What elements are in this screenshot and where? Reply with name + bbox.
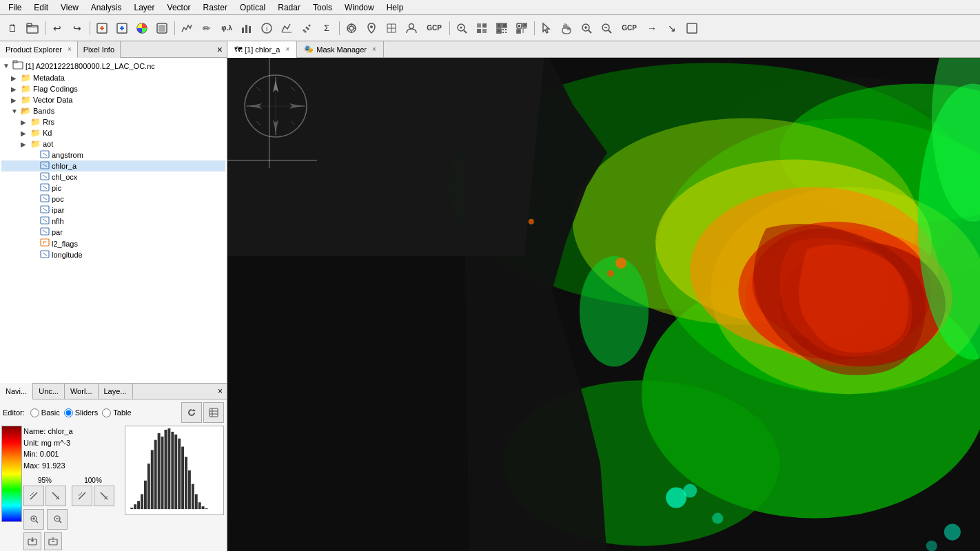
- kd-toggle[interactable]: ▶: [21, 129, 30, 137]
- tree-longitude[interactable]: longitude: [1, 249, 225, 260]
- menu-layer[interactable]: Layer: [129, 1, 161, 14]
- table-radio-label[interactable]: Table: [102, 408, 131, 417]
- aot-toggle[interactable]: ▶: [21, 141, 30, 148]
- cursor-tool[interactable]: [537, 19, 556, 38]
- pixel-info-tab[interactable]: Pixel Info: [78, 41, 121, 58]
- tree-angstrom[interactable]: angstrom: [1, 149, 225, 160]
- info-button[interactable]: i: [257, 19, 276, 38]
- tree-flag-codings[interactable]: ▶ 📁 Flag Codings: [1, 83, 225, 94]
- zoom-in-tool[interactable]: [577, 19, 596, 38]
- colortable-button[interactable]: [132, 19, 152, 38]
- new-button[interactable]: 🗒: [3, 19, 22, 38]
- flag-codings-toggle[interactable]: ▶: [11, 85, 21, 93]
- undo-button[interactable]: ↩: [48, 19, 67, 38]
- pct-95-min-btn[interactable]: [23, 486, 44, 506]
- tree-ipar[interactable]: ipar: [1, 205, 225, 216]
- menu-help[interactable]: Help: [381, 1, 409, 14]
- vector-data-toggle[interactable]: ▶: [11, 96, 21, 104]
- bands-toggle[interactable]: ▼: [11, 107, 21, 115]
- map-viewport[interactable]: [227, 58, 980, 551]
- redo-button[interactable]: ↪: [68, 19, 87, 38]
- menu-file[interactable]: File: [3, 1, 27, 14]
- menu-raster[interactable]: Raster: [198, 1, 233, 14]
- menu-optical[interactable]: Optical: [234, 1, 271, 14]
- scatter-button[interactable]: [297, 19, 316, 38]
- product-explorer-tab[interactable]: Product Explorer ×: [0, 41, 78, 58]
- tree-rrs[interactable]: ▶ 📁 Rrs: [1, 116, 225, 127]
- sliders-radio-label[interactable]: Sliders: [64, 408, 99, 417]
- pins-button[interactable]: [362, 19, 381, 38]
- qr1-button[interactable]: [492, 19, 511, 38]
- target-button[interactable]: [342, 19, 361, 38]
- map-tab-mask[interactable]: 🎭 Mask Manager ×: [297, 41, 384, 58]
- menu-radar[interactable]: Radar: [272, 1, 306, 14]
- pan-tool[interactable]: [557, 19, 576, 38]
- tree-chlor-a[interactable]: chlor_a: [1, 160, 225, 171]
- pct-100-min-btn[interactable]: [72, 486, 92, 506]
- layer-tab[interactable]: Laye...: [99, 383, 133, 399]
- menu-vector[interactable]: Vector: [162, 1, 196, 14]
- mosaic-button[interactable]: [472, 19, 491, 38]
- gcp2-label[interactable]: GCP: [617, 19, 642, 38]
- zoom-in2-btn[interactable]: [23, 532, 41, 550]
- menu-window[interactable]: Window: [339, 1, 380, 14]
- chart-button[interactable]: [237, 19, 256, 38]
- open-button[interactable]: [23, 19, 42, 38]
- spectrum-button[interactable]: [177, 19, 196, 38]
- full-view-btn[interactable]: [682, 19, 702, 38]
- zoom-out-btn[interactable]: [47, 509, 68, 530]
- navi-tab[interactable]: Navi...: [0, 383, 33, 399]
- user-button[interactable]: [402, 19, 421, 38]
- table-view-btn[interactable]: [203, 402, 224, 423]
- basic-radio-label[interactable]: Basic: [30, 408, 60, 417]
- zoom-out2-btn[interactable]: [44, 532, 62, 550]
- map-tab-mask-close[interactable]: ×: [372, 45, 376, 53]
- tree-vector-data[interactable]: ▶ 📁 Vector Data: [1, 94, 225, 105]
- tree-aot[interactable]: ▶ 📁 aot: [1, 138, 225, 149]
- basic-radio[interactable]: [30, 408, 39, 417]
- coord-button[interactable]: φ.λ: [217, 19, 236, 38]
- zoom-tool-button[interactable]: [452, 19, 471, 38]
- mask-button[interactable]: [152, 19, 172, 38]
- import-button[interactable]: [92, 19, 112, 38]
- sliders-radio[interactable]: [64, 408, 73, 417]
- world-tab[interactable]: Worl...: [65, 383, 99, 399]
- arrow-down-btn[interactable]: ↘: [662, 19, 682, 38]
- tree-bands[interactable]: ▼ 📂 Bands: [1, 105, 225, 116]
- statistics-button[interactable]: Σ: [317, 19, 336, 38]
- tree-l2-flags[interactable]: F l2_flags: [1, 238, 225, 249]
- map-tab-chlor-a[interactable]: 🗺 [1] chlor_a ×: [227, 41, 297, 58]
- tree-nflh[interactable]: nflh: [1, 216, 225, 227]
- unc-tab[interactable]: Unc...: [33, 383, 65, 399]
- qr2-button[interactable]: [512, 19, 531, 38]
- arrow-right-btn[interactable]: →: [642, 19, 662, 38]
- tree-chl-ocx[interactable]: chl_ocx: [1, 171, 225, 183]
- tree-poc[interactable]: poc: [1, 194, 225, 205]
- tree-pic[interactable]: pic: [1, 183, 225, 194]
- edit-vector-button[interactable]: ✏: [197, 19, 216, 38]
- tree-par[interactable]: par: [1, 227, 225, 238]
- map-tab-chlor-close[interactable]: ×: [285, 45, 289, 53]
- pct-95-max-btn[interactable]: [45, 486, 66, 506]
- zoom-in-btn[interactable]: [23, 509, 44, 530]
- menu-tools[interactable]: Tools: [307, 1, 338, 14]
- product-explorer-close[interactable]: ×: [68, 45, 72, 53]
- rrs-toggle[interactable]: ▶: [21, 118, 30, 126]
- grid-button[interactable]: [382, 19, 401, 38]
- export-button[interactable]: [112, 19, 132, 38]
- profile-button[interactable]: [277, 19, 296, 38]
- table-radio[interactable]: [102, 408, 111, 417]
- reset-btn[interactable]: [181, 402, 202, 423]
- gcp-button[interactable]: GCP: [422, 19, 447, 38]
- menu-analysis[interactable]: Analysis: [85, 1, 127, 14]
- tree-kd[interactable]: ▶ 📁 Kd: [1, 127, 225, 138]
- menu-edit[interactable]: Edit: [28, 1, 54, 14]
- bottom-panel-close[interactable]: ×: [214, 386, 227, 396]
- panel-close-button[interactable]: ×: [213, 41, 227, 58]
- tree-root[interactable]: ▼ [1] A20212221800000.L2_LAC_OC.nc: [1, 59, 225, 72]
- pct-100-max-btn[interactable]: [94, 486, 114, 506]
- metadata-toggle[interactable]: ▶: [11, 74, 21, 82]
- menu-view[interactable]: View: [55, 1, 84, 14]
- root-toggle[interactable]: ▼: [3, 62, 12, 70]
- zoom-out-tool2[interactable]: [597, 19, 616, 38]
